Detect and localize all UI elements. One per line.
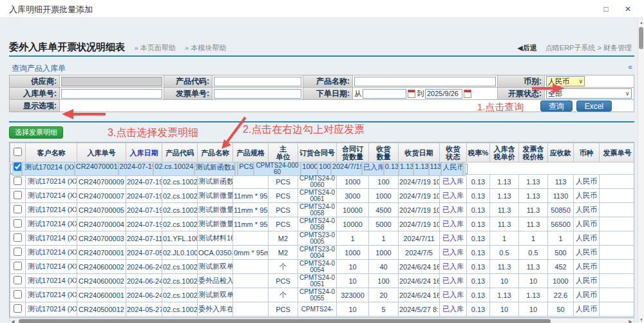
cell[interactable]: 已入库 [440,203,467,217]
page-help-link[interactable]: » 本页面帮助 [134,44,175,52]
scroll-right-icon[interactable]: ▶ [627,318,634,323]
cell[interactable]: 已入库 [440,189,467,203]
cell: 0.5 [490,246,519,260]
cell [233,231,269,246]
product-name-input[interactable] [354,77,496,86]
results-table-container: 客户名称入库单号入库日期产品代码产品名称产品规格主 单位订货合同号合同订 货数量… [9,142,634,318]
cell[interactable]: 已入库 [440,175,467,189]
close-icon[interactable]: ✕ [621,3,635,15]
column-header-9[interactable]: 收货 数量 [369,143,399,162]
cell: CR240700003 [77,231,126,246]
vertical-scroll-thumb[interactable] [639,27,643,49]
cell: 委外品检入途 [198,274,233,288]
collapse-icon[interactable]: « [628,63,632,72]
row-checkbox[interactable] [14,233,22,242]
column-header-3[interactable]: 产品代码 [162,143,198,162]
column-header-7[interactable]: 订货合同号 [298,143,337,162]
breadcrumb-system[interactable]: 点晴ERP子系统 [545,44,596,52]
select-all-checkbox[interactable] [14,148,22,156]
column-header-1[interactable]: 入库单号 [77,143,126,162]
cell[interactable]: 已入库 [440,217,467,231]
cell: 11.3 [519,203,548,217]
calendar-icon[interactable] [464,90,471,98]
cell: 0mm * 95m * [233,246,269,260]
cell[interactable]: 已入库 [440,288,467,302]
cell[interactable]: 已入库 [362,162,384,176]
excel-button[interactable]: Excel [576,101,612,112]
column-header-10[interactable]: 收货日期 [399,143,440,162]
row-checkbox[interactable] [14,191,22,199]
cell: 0.13 [467,217,490,231]
cell [233,175,269,189]
cell: 2024/6/24 16 [399,274,440,288]
table-row: 测试170214 (XX)CR2407000052024-07-1902.cs.… [10,203,635,217]
row-checkbox[interactable] [14,162,22,171]
cell: 2024/7/11 [399,231,440,246]
cell: PCS [269,217,298,231]
breadcrumb-module[interactable]: 财务管理 [603,44,632,52]
back-button[interactable]: ◀后退 [517,44,536,52]
product-code-input[interactable] [214,77,301,86]
row-checkbox[interactable] [14,262,22,270]
row-checkbox[interactable] [14,276,22,284]
column-header-8[interactable]: 合同订 货数量 [337,143,369,162]
row-checkbox[interactable] [14,205,22,213]
cell: 1 [369,231,399,246]
maximize-icon[interactable]: □ [599,3,613,15]
cell [600,175,635,189]
cell[interactable]: 已入库 [440,302,467,317]
cell: 测试170214 (XX) [26,260,77,274]
column-header-14[interactable]: 发票含 税价格 [519,143,548,162]
module-help-link[interactable]: » 本模块帮助 [185,44,226,52]
column-header-15[interactable]: 应收款 [548,143,574,162]
invoice-status-select[interactable]: 全部 ∨ [546,88,632,99]
cell[interactable]: 已入库 [440,260,467,274]
column-header-17[interactable]: 发票单号 [600,143,635,162]
cell: 1.13 [490,175,519,189]
cell: PCS [269,175,298,189]
horizontal-scrollbar[interactable]: ◀ ▶ [9,318,634,323]
row-checkbox[interactable] [14,304,22,313]
column-header-5[interactable]: 产品规格 [233,143,269,162]
select-invoice-detail-button[interactable]: 选择发票明细 [9,126,63,139]
cell: 0.13 [467,175,490,189]
horizontal-scroll-thumb[interactable] [19,319,551,323]
column-header-11[interactable]: 收货 状态 [440,143,467,162]
row-checkbox[interactable] [14,248,22,256]
vertical-scrollbar[interactable]: ▲ ▼ [638,19,644,323]
cell: 人民币 [574,203,600,217]
cell[interactable]: 已入库 [440,246,467,260]
cell: 02.JL0.10000 [162,246,198,260]
column-header-0[interactable]: 客户名称 [26,143,77,162]
column-header-13[interactable]: 入库含 税单价 [490,143,519,162]
inbound-no-input[interactable] [61,89,162,99]
cell: 56500 [548,217,574,231]
supplier-input[interactable] [61,77,162,86]
cell: 1 [519,231,548,246]
cell: 2024/7/5 [399,246,440,260]
scroll-left-icon[interactable]: ◀ [10,318,16,323]
row-checkbox[interactable] [14,290,22,299]
row-checkbox[interactable] [14,219,22,228]
date-from-input[interactable] [363,89,406,99]
column-header-12[interactable]: 税率% [467,143,490,162]
row-checkbox[interactable] [14,177,22,185]
currency-select[interactable]: 人民币 ∨ [546,76,585,86]
column-header-4[interactable]: 产品名称 [198,143,233,162]
cell: 测试170214 (XX) [26,274,77,288]
date-to-input[interactable] [425,89,462,99]
scroll-up-icon[interactable]: ▲ [638,21,644,24]
cell[interactable]: 已入库 [440,274,467,288]
column-header-2[interactable]: 入库日期 [126,143,162,162]
scroll-down-icon[interactable]: ▼ [638,318,644,322]
column-header-6[interactable]: 主 单位 [269,143,298,162]
table-row: 测试170214 (XX)CR2407000012024-07-0502.JL0… [10,246,635,260]
search-button[interactable]: 查询 [540,101,573,112]
cell: CPMTS24-00058 [298,203,337,217]
invoice-no-label: 发票单号: [164,88,213,100]
column-header-16[interactable]: 币种 [574,143,600,162]
cell[interactable]: 已入库 [440,231,467,246]
invoice-no-input[interactable] [214,89,301,99]
cell: 40 [369,260,399,274]
calendar-icon[interactable] [408,90,415,98]
